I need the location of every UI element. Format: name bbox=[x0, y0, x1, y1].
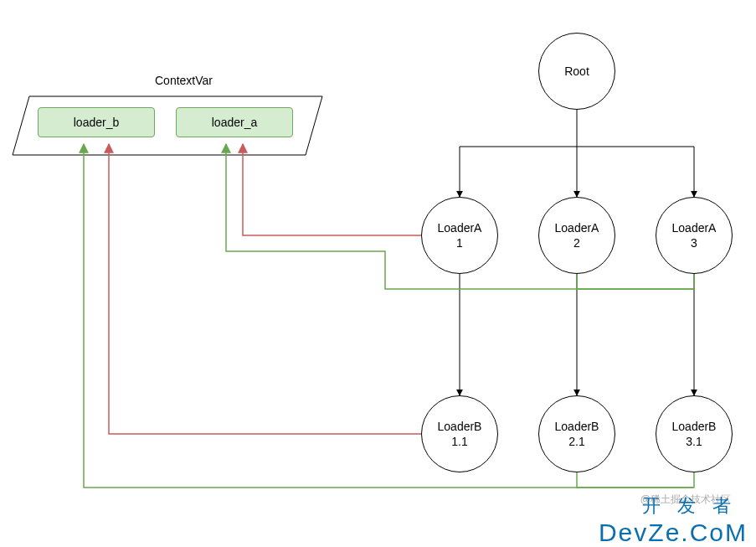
loader-b-box: loader_b bbox=[38, 107, 155, 137]
loader-a-1-node: LoaderA1 bbox=[421, 197, 498, 274]
loader-b-11-label: LoaderB1.1 bbox=[438, 419, 482, 449]
loader-b-11-node: LoaderB1.1 bbox=[421, 395, 498, 472]
loader-a-3-label: LoaderA3 bbox=[672, 220, 717, 250]
contextvar-title: ContextVar bbox=[155, 74, 213, 87]
connectors-layer bbox=[0, 0, 756, 547]
loader-b-31-label: LoaderB3.1 bbox=[672, 419, 717, 449]
loader-b-21-node: LoaderB2.1 bbox=[538, 395, 615, 472]
root-node: Root bbox=[538, 33, 615, 110]
root-label: Root bbox=[564, 64, 589, 79]
loader-a-1-label: LoaderA1 bbox=[438, 220, 482, 250]
loader-a-box: loader_a bbox=[176, 107, 293, 137]
loader-b-21-label: LoaderB2.1 bbox=[555, 419, 599, 449]
loader-a-2-label: LoaderA2 bbox=[555, 220, 599, 250]
loader-b-label: loader_b bbox=[74, 115, 120, 130]
brand-text: 开发者 DevZe.CoM bbox=[599, 493, 748, 547]
loader-a-3-node: LoaderA3 bbox=[656, 197, 733, 274]
loader-a-2-node: LoaderA2 bbox=[538, 197, 615, 274]
loader-a-label: loader_a bbox=[212, 115, 258, 130]
loader-b-31-node: LoaderB3.1 bbox=[656, 395, 733, 472]
